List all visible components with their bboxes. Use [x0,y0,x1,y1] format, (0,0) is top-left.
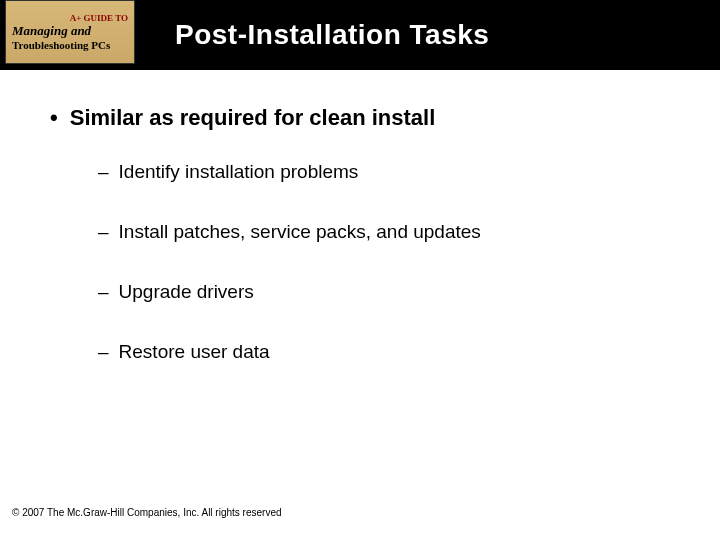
book-cover-badge: A+ GUIDE TO Managing and Troubleshooting… [5,0,135,64]
main-bullet: • Similar as required for clean install [50,105,680,131]
badge-top-text: A+ GUIDE TO [12,13,128,23]
sub-item: – Upgrade drivers [98,281,680,303]
sub-item-text: Restore user data [119,341,270,363]
sub-item-text: Identify installation problems [119,161,359,183]
slide-content: • Similar as required for clean install … [0,70,720,363]
header-bar: A+ GUIDE TO Managing and Troubleshooting… [0,0,720,70]
dash-icon: – [98,341,109,363]
sub-item: – Restore user data [98,341,680,363]
sub-item-text: Install patches, service packs, and upda… [119,221,481,243]
badge-line2: Troubleshooting PCs [12,39,128,51]
slide-title: Post-Installation Tasks [175,19,489,51]
badge-line1: Managing and [12,24,128,38]
dash-icon: – [98,281,109,303]
sub-item: – Install patches, service packs, and up… [98,221,680,243]
dash-icon: – [98,221,109,243]
dash-icon: – [98,161,109,183]
sub-item: – Identify installation problems [98,161,680,183]
sub-item-text: Upgrade drivers [119,281,254,303]
sub-list: – Identify installation problems – Insta… [98,161,680,363]
copyright-footer: © 2007 The Mc.Graw-Hill Companies, Inc. … [12,507,282,518]
main-bullet-text: Similar as required for clean install [70,105,436,131]
bullet-dot-icon: • [50,105,58,131]
